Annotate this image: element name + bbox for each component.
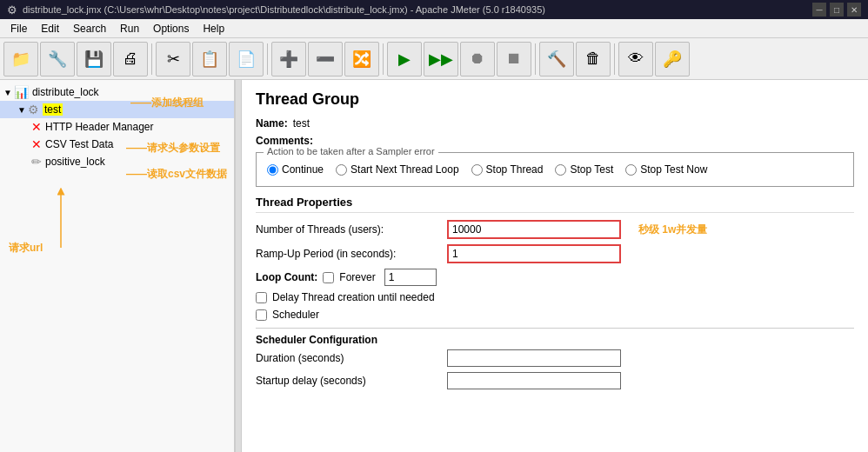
toolbar-save-as[interactable]: 🖨	[113, 42, 148, 76]
sidebar: ▼ 📊 distribute_lock ▼ ⚙ test ✕ HTTP Head…	[0, 80, 235, 452]
toolbar-stop[interactable]: ⏺	[460, 42, 495, 76]
forever-label: Forever	[339, 271, 375, 283]
app-icon: ⚙	[7, 3, 17, 17]
tree-item-test[interactable]: ▼ ⚙ test	[0, 101, 234, 118]
panel-title: Thread Group	[256, 90, 854, 109]
close-button[interactable]: ✕	[847, 3, 861, 17]
tree-item-distribute-lock[interactable]: ▼ 📊 distribute_lock	[0, 83, 234, 101]
toolbar-start[interactable]: ▶	[387, 42, 422, 76]
delay-thread-row: Delay Thread creation until needed	[256, 291, 854, 303]
menu-help[interactable]: Help	[196, 21, 231, 37]
annotation-request-url: 请求url	[9, 241, 43, 256]
radio-stop-thread-input[interactable]	[471, 164, 483, 176]
tree-item-positive-lock[interactable]: ✏ positive_lock	[0, 153, 234, 170]
toolbar-sep-4	[535, 43, 536, 75]
thread-props-title: Thread Properties	[256, 196, 854, 213]
http-header-icon: ✕	[31, 120, 42, 134]
radio-continue[interactable]: Continue	[267, 163, 324, 176]
menu-run[interactable]: Run	[113, 21, 146, 37]
menu-bar: File Edit Search Run Options Help	[0, 19, 868, 38]
toolbar-reset[interactable]: 🔑	[655, 42, 690, 76]
tree-item-csv[interactable]: ✕ CSV Test Data	[0, 136, 234, 153]
scheduler-checkbox[interactable]	[256, 309, 267, 321]
sampler-error-section: Action to be taken after a Sampler error…	[256, 152, 854, 187]
name-value: test	[293, 117, 310, 130]
title-text: distribute_lock.jmx (C:\Users\whr\Deskto…	[23, 4, 545, 15]
radio-start-next-input[interactable]	[336, 164, 347, 176]
positive-lock-label: positive_lock	[45, 156, 105, 168]
radio-stop-test-now-input[interactable]	[625, 164, 637, 176]
duration-input[interactable]	[447, 349, 621, 367]
annotation-concurrent: 秒级 1w并发量	[638, 223, 707, 237]
toolbar-remove[interactable]: ➖	[308, 42, 343, 76]
duration-label: Duration (seconds)	[256, 352, 447, 364]
startup-delay-input[interactable]	[447, 372, 621, 389]
toolbar-save[interactable]: 💾	[77, 42, 111, 76]
loop-input[interactable]	[384, 269, 437, 286]
maximize-button[interactable]: □	[830, 3, 844, 17]
toolbar-sep-2	[267, 43, 268, 75]
toolbar-cut[interactable]: ✂	[156, 42, 190, 76]
toolbar-merge[interactable]: 🔀	[344, 42, 379, 76]
rampup-input[interactable]	[447, 244, 621, 263]
positive-lock-icon: ✏	[31, 155, 42, 169]
content-panel: Thread Group Name: test Comments: Action…	[242, 80, 868, 452]
name-label: Name:	[256, 117, 288, 130]
name-row: Name: test	[256, 117, 854, 130]
radio-stop-test-now-label: Stop Test Now	[640, 163, 707, 176]
radio-stop-test-now[interactable]: Stop Test Now	[625, 163, 707, 176]
csv-label: CSV Test Data	[45, 138, 113, 150]
rampup-row: Ramp-Up Period (in seconds):	[256, 244, 854, 263]
radio-continue-input[interactable]	[267, 164, 278, 176]
toolbar-copy[interactable]: 📋	[192, 42, 227, 76]
toolbar-search[interactable]: 👁	[618, 42, 653, 76]
toolbar-paste[interactable]: 📄	[229, 42, 264, 76]
scheduler-config-title: Scheduler Configuration	[256, 334, 854, 346]
toolbar-clear[interactable]: 🔨	[539, 42, 574, 76]
radio-stop-test[interactable]: Stop Test	[555, 163, 613, 176]
num-threads-label: Number of Threads (users):	[256, 223, 447, 236]
tree-item-http-header[interactable]: ✕ HTTP Header Manager	[0, 118, 234, 136]
radio-start-next-label: Start Next Thread Loop	[351, 163, 459, 176]
rampup-label: Ramp-Up Period (in seconds):	[256, 248, 447, 260]
menu-search[interactable]: Search	[66, 21, 113, 37]
num-threads-input[interactable]	[447, 220, 621, 239]
toolbar-start-no-pauses[interactable]: ▶▶	[424, 42, 458, 76]
csv-icon: ✕	[31, 137, 42, 151]
arrow-url	[35, 183, 87, 252]
loop-count-label: Loop Count:	[256, 271, 317, 283]
forever-checkbox[interactable]	[323, 272, 334, 283]
toolbar-shutdown[interactable]: ⏹	[497, 42, 531, 76]
radio-stop-thread-label: Stop Thread	[486, 163, 544, 176]
title-bar: ⚙ distribute_lock.jmx (C:\Users\whr\Desk…	[0, 0, 868, 19]
expand-arrow-test[interactable]: ▼	[17, 105, 26, 115]
toolbar-sep-1	[151, 43, 152, 75]
toolbar: 📁 🔧 💾 🖨 ✂ 📋 📄 ➕ ➖ 🔀 ▶ ▶▶ ⏺ ⏹ 🔨 🗑 👁 🔑	[0, 38, 868, 80]
toolbar-open[interactable]: 🔧	[40, 42, 75, 76]
comments-label: Comments:	[256, 135, 313, 147]
toolbar-add[interactable]: ➕	[271, 42, 306, 76]
distribute-lock-label: distribute_lock	[32, 86, 99, 98]
window-controls[interactable]: ─ □ ✕	[812, 3, 861, 17]
menu-options[interactable]: Options	[146, 21, 196, 37]
radio-start-next[interactable]: Start Next Thread Loop	[336, 163, 459, 176]
delay-thread-checkbox[interactable]	[256, 292, 267, 303]
resize-handle[interactable]: ⋮⋮	[235, 80, 242, 452]
radio-stop-thread[interactable]: Stop Thread	[471, 163, 544, 176]
radio-stop-test-input[interactable]	[555, 164, 566, 176]
radio-continue-label: Continue	[282, 163, 324, 176]
toolbar-sep-3	[383, 43, 384, 75]
menu-file[interactable]: File	[3, 21, 34, 37]
distribute-lock-icon: 📊	[14, 85, 29, 99]
toolbar-clear-all[interactable]: 🗑	[576, 42, 611, 76]
delay-thread-label: Delay Thread creation until needed	[272, 291, 435, 303]
main-layout: ▼ 📊 distribute_lock ▼ ⚙ test ✕ HTTP Head…	[0, 80, 868, 452]
scheduler-row: Scheduler	[256, 309, 854, 321]
expand-arrow[interactable]: ▼	[3, 88, 12, 97]
num-threads-row: Number of Threads (users): 秒级 1w并发量	[256, 220, 854, 239]
minimize-button[interactable]: ─	[812, 3, 826, 17]
startup-delay-label: Startup delay (seconds)	[256, 375, 447, 387]
menu-edit[interactable]: Edit	[34, 21, 66, 37]
toolbar-new[interactable]: 📁	[3, 42, 38, 76]
radio-stop-test-label: Stop Test	[570, 163, 613, 176]
